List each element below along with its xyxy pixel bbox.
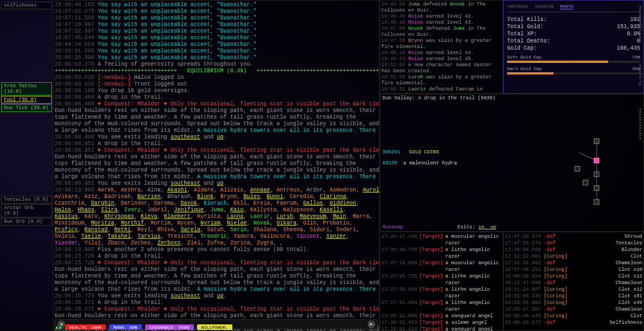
willpower-bar: WILLPOWER: [197,324,232,330]
top-tag: selfishness [1,2,52,9]
endurance-bar: ENDURANCE: 6480 [145,324,194,330]
museum-label: Museump [382,225,403,230]
mana-bar: MANA: 80% [109,324,142,330]
target-log: 17:26:17.196[Target]a muscular angelic r… [380,232,503,331]
mob-row: 68135 a malevolent hydra [382,161,457,166]
left-sidebar: selfishness Tree Tattoo (15.0)Fool (35.0… [0,0,53,331]
orb-tag: Sun Orb (0.0) [1,218,52,226]
stats-tabs[interactable]: INSTANCESESSIONMONTH [507,4,640,12]
vitals-bar: ▲▲ HEALTH: 100% MANA: 80% ENDURANCE: 648… [0,323,644,331]
room-name: Dun Valley: A drop in the trail (5030) [380,94,643,102]
current-room-node [594,158,599,163]
exits-label: Exits: se, up [457,225,496,230]
stats-tab[interactable]: SESSION [535,4,553,9]
stats-tab[interactable]: INSTANCE [507,4,528,9]
main-log: 19:86:40.162 You say with an unplaceable… [53,0,380,331]
edge-tab[interactable]: hexParty [638,65,643,86]
buff-tag: Sun Tick (25.0) [1,104,52,112]
right-edge-tabs[interactable]: hexGameOptionshexPartyhexSelfState [636,0,644,331]
stats-panel: INSTANCESESSIONMONTH Total Kills:192Tota… [503,0,644,94]
orb-tag: Tentacles (0.0) [1,196,52,204]
gold-row: 368291 GOLD COINS [382,150,439,155]
stats-tab[interactable]: MONTH [560,4,573,9]
minimap[interactable] [511,138,621,216]
event-log: 19:43.53 Juma defeated Novak in The Coll… [380,0,503,94]
edge-tab[interactable]: hexSelfState [638,108,643,140]
buff-tag: Tree Tattoo (15.0) [1,82,52,95]
health-bar: HEALTH: 100% [65,324,106,330]
map-panel: Dun Valley: A drop in the trail (5030) 3… [380,94,644,232]
orb-tag: Arctar Orb (0.0) [1,204,52,217]
edge-tab[interactable]: hexGameOptions [638,6,643,42]
defense-log: 17:47:59.279 -defShroud17:47:59.279 -def… [503,232,644,331]
buff-tag: Fool (35.0) [1,96,52,104]
